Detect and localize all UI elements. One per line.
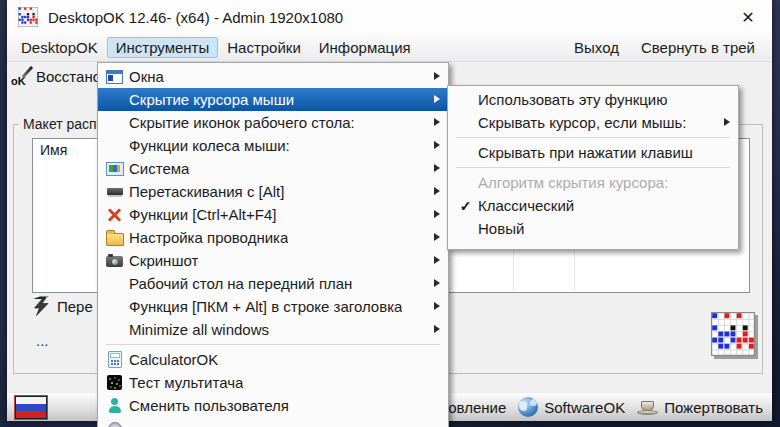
titlebar: DesktopOK 12.46- (x64) - Admin 1920x1080… [7,0,772,34]
camera-icon [106,256,123,267]
ellipsis-text: ... [36,332,49,349]
menu-item-drag-with-alt[interactable]: Перетаскивания с [Alt] [98,180,448,203]
globe-icon [518,397,538,417]
menu-item-label: Скрытие курсора мыши [129,91,294,108]
menu-item-icon-cell [104,188,125,195]
system-icon [106,162,124,176]
restore-button-label: Восстано [36,68,100,85]
menu-item-icon-cell [104,375,125,390]
menubar-item-exit[interactable]: Выход [565,37,628,58]
gray-circle-icon [108,422,122,427]
menu-item-switch-user[interactable]: Сменить пользователя [98,394,448,417]
menu-item-cursor-hide-algorithm: Алгоритм скрытия курсора: [448,171,738,194]
menu-item-new[interactable]: Новый [448,217,738,240]
calculator-icon [108,351,122,368]
menubar-item-settings[interactable]: Настройки [218,37,310,58]
submenu-arrow-icon [434,118,440,126]
menu-item-hide-desktop-icons[interactable]: Скрытие иконок рабочего стола: [98,111,448,134]
submenu-arrow-icon [434,164,440,172]
submenu-arrow-icon [434,325,440,333]
menu-item-classic[interactable]: ✓Классический [448,194,738,217]
folder-icon [106,233,124,246]
menu-item-icon-cell [104,254,125,267]
menu-item-calculatorok[interactable]: CalculatorOK [98,348,448,371]
hide-mouse-cursor-submenu: Использовать эту функциюСкрывать курсор,… [447,85,739,250]
submenu-arrow-icon [434,72,440,80]
donate-link[interactable]: Пожертвовать [637,399,763,416]
layout-groupbox-label: Макет расп [19,116,101,132]
submenu-arrow-icon [434,210,440,218]
menu-item-hide-on-key-press[interactable]: Скрывать при нажатии клавиш [448,141,738,164]
menu-item-icon-cell [104,230,125,246]
menubar-item-minimize-to-tray[interactable]: Свернуть в трей [632,37,764,58]
menu-item-icon-cell [104,422,125,427]
window-title: DesktopOK 12.46- (x64) - Admin 1920x1080 [48,9,343,26]
desktopok-logo-icon [711,312,755,356]
language-flag-icon[interactable] [15,396,47,419]
menu-item-label: Тест мультитача [129,374,243,391]
menu-item-label: Система [129,160,189,177]
list-column-header-name: Имя [40,142,67,158]
coffee-cup-icon [637,399,658,415]
menu-item-screenshot[interactable]: Скриншот [98,249,448,272]
submenu-arrow-icon [434,187,440,195]
multitouch-icon [107,375,122,390]
restore-button[interactable]: Восстано [10,62,100,90]
menu-item-label: Настройка проводника [129,229,288,246]
menu-item-label: Minimize all windows [129,321,269,338]
submenu-arrow-icon [434,95,440,103]
menu-item-hide-cursor-if-mouse[interactable]: Скрывать курсор, если мышь: [448,111,738,134]
menu-item-label: Скриншот [129,252,198,269]
menu-item-functions-ctrl-alt-f4[interactable]: Функции [Ctrl+Alt+F4] [98,203,448,226]
tools-menu: ОкнаСкрытие курсора мышиСкрытие иконок р… [97,62,449,427]
titlebar-icon [107,188,123,195]
menu-item-hide-mouse-cursor[interactable]: Скрытие курсора мыши [98,88,448,111]
menu-item-icon-cell [104,162,125,176]
menu-item-label: Скрывать при нажатии клавиш [478,144,693,161]
submenu-arrow-icon [434,141,440,149]
menu-item-use-this-function[interactable]: Использовать эту функцию [448,88,738,111]
menubar-item-information[interactable]: Информация [310,37,420,58]
submenu-arrow-icon [434,256,440,264]
menu-item-system[interactable]: Система [98,157,448,180]
menu-item-label: Окна [129,68,164,85]
close-icon[interactable]: ✕ [726,0,770,34]
menu-item-label: Скрытие иконок рабочего стола: [129,114,355,131]
menu-item-icon-cell [104,70,125,84]
submenu-arrow-icon [724,118,730,126]
menu-item-label: Функции [Ctrl+Alt+F4] [129,206,276,223]
menu-item-label: Функции колеса мыши: [129,137,290,154]
update-link[interactable]: овление [448,399,506,416]
menu-separator [106,344,440,345]
menubar-items: DesktopOKИнструментыНастройкиИнформация [12,37,420,58]
menubar: DesktopOKИнструментыНастройкиИнформация … [7,34,772,62]
menu-item-label: CalculatorOK [129,351,218,368]
menu-item-icon-cell [104,351,125,368]
submenu-arrow-icon [434,302,440,310]
menubar-item-desktopok[interactable]: DesktopOK [12,37,107,58]
statusbar-links: овление SoftwareOK Пожертвовать [448,393,763,421]
menu-item-multitouch-test[interactable]: Тест мультитача [98,371,448,394]
softwareok-link[interactable]: SoftwareOK [518,397,625,417]
menu-item-partial-item[interactable] [98,417,448,427]
menu-item-label: Алгоритм скрытия курсора: [478,174,668,191]
submenu-arrow-icon [434,279,440,287]
menu-item-mouse-wheel-functions[interactable]: Функции колеса мыши: [98,134,448,157]
menu-item-explorer-settings[interactable]: Настройка проводника [98,226,448,249]
submenu-arrow-icon [434,233,440,241]
menu-separator [456,137,730,138]
menu-item-icon-cell [104,207,125,223]
user-icon [108,398,122,413]
menu-item-label: Классический [478,197,574,214]
menubar-item-tools[interactable]: Инструменты [107,37,219,58]
menu-item-label: Функция [ПКМ + Alt] в строке заголовка [129,298,402,315]
drag-option[interactable]: Пере [30,295,93,317]
menu-item-label: Новый [478,220,524,237]
menu-item-rmb-alt-in-titlebar[interactable]: Функция [ПКМ + Alt] в строке заголовка [98,295,448,318]
menu-item-icon-cell [104,398,125,413]
red-x-icon [107,207,123,223]
menubar-right: ВыходСвернуть в трей [565,34,764,61]
menu-item-windows[interactable]: Окна [98,65,448,88]
menu-item-minimize-all-windows[interactable]: Minimize all windows [98,318,448,341]
menu-item-desktop-to-front[interactable]: Рабочий стол на передний план [98,272,448,295]
